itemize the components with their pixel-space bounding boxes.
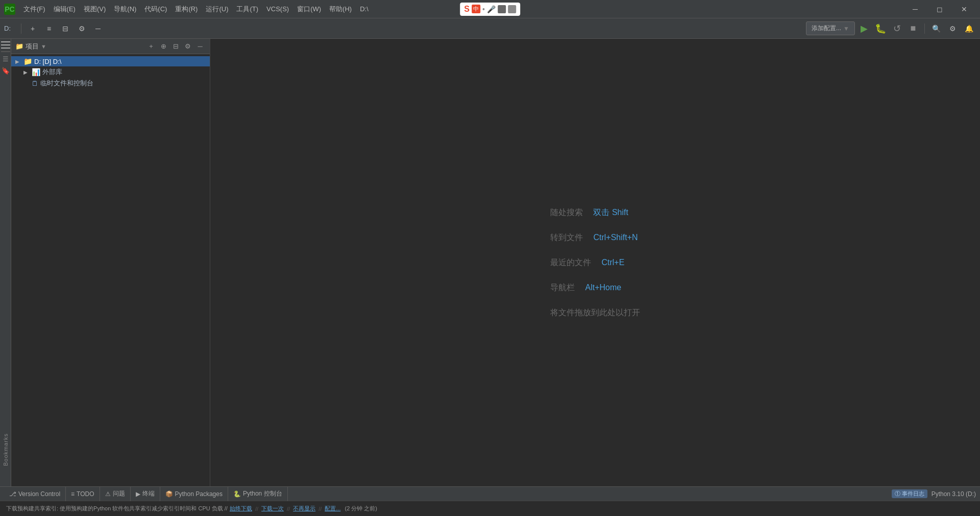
settings2-button[interactable]: ⚙ (945, 21, 960, 36)
minimize-button[interactable]: ─ (903, 0, 927, 18)
settings-button[interactable]: ⚙ (75, 21, 89, 36)
menu-edit[interactable]: 编辑(E) (50, 3, 80, 16)
sogou-chinese-label[interactable]: 中 (472, 5, 480, 13)
editor-area: 随处搜索 双击 Shift 转到文件 Ctrl+Shift+N 最近的文件 Ct… (210, 39, 980, 486)
version-control-icon: ⎇ (9, 490, 16, 498)
structure-tool-button[interactable]: ☰ (2, 54, 10, 64)
todo-label: TODO (77, 490, 94, 498)
menu-path: D:\ (356, 3, 373, 15)
sogou-mic-icon[interactable]: 🎤 (487, 5, 496, 13)
tree-collapse-button[interactable]: ⊟ (170, 41, 181, 52)
hint-goto-label: 转到文件 (550, 233, 583, 242)
problems-icon: ⚠ (105, 490, 111, 498)
root-item-label: D: [D] D:\ (34, 58, 61, 65)
updates-button[interactable]: 🔔 (962, 21, 976, 36)
menu-help[interactable]: 帮助(H) (325, 3, 356, 16)
python-console-icon: 🐍 (233, 490, 241, 498)
search-button[interactable]: 🔍 (929, 21, 943, 36)
problems-label: 问题 (113, 489, 125, 498)
menu-tools[interactable]: 工具(T) (232, 3, 262, 16)
menu-run[interactable]: 运行(U) (202, 3, 232, 16)
root-chevron-icon: ▶ (15, 59, 21, 64)
add-config-chevron-icon: ▼ (843, 25, 849, 32)
python-packages-tab[interactable]: 📦 Python Packages (160, 487, 228, 501)
locate-file-button[interactable]: ⊕ (158, 41, 169, 52)
menu-view[interactable]: 视图(V) (80, 3, 110, 16)
left-tool-sep (1, 51, 10, 52)
menu-file[interactable]: 文件(F) (19, 3, 50, 16)
left-vertical-toolbar: ☰ 🔖 Bookmarks (0, 39, 11, 486)
tree-hide-button[interactable]: ─ (194, 41, 206, 52)
menu-vcs[interactable]: VCS(S) (262, 3, 293, 15)
left-tool-line1 (1, 41, 10, 42)
collapse-all-button[interactable]: ⊟ (58, 21, 72, 36)
todo-tab[interactable]: ≡ TODO (66, 487, 100, 501)
terminal-tab[interactable]: ▶ 终端 (131, 487, 160, 501)
file-tree-title: 📁 项目 ▼ (15, 42, 46, 51)
sogou-keyboard-icon[interactable] (498, 5, 506, 13)
hint-search-shortcut: 双击 Shift (593, 208, 628, 217)
bookmark-tool-button[interactable]: 🔖 (1, 66, 11, 76)
python-console-tab[interactable]: 🐍 Python 控制台 (228, 487, 288, 501)
problems-tab[interactable]: ⚠ 问题 (100, 487, 131, 501)
menu-navigate[interactable]: 导航(N) (110, 3, 140, 16)
welcome-hints: 随处搜索 双击 Shift 转到文件 Ctrl+Shift+N 最近的文件 Ct… (550, 207, 640, 318)
notification-bar: 下载预构建共享索引: 使用预构建的Python 软件包共享索引减少索引引时间和 … (0, 501, 980, 516)
hint-navbar-label: 导航栏 (550, 283, 575, 292)
todo-icon: ≡ (71, 490, 75, 498)
add-config-button[interactable]: 添加配置... ▼ (806, 21, 855, 35)
file-tree-content: ▶ 📁 D: [D] D:\ ▶ 📊 外部库 ▶ 🗒 临时文件和控制台 (11, 54, 210, 486)
notification-download-once-link[interactable]: 下载一次 (261, 505, 284, 512)
stop-button[interactable]: ■ (906, 21, 920, 36)
hint-recent-shortcut: Ctrl+E (601, 258, 624, 267)
close-button[interactable]: ✕ (952, 0, 976, 18)
notification-always-download-link[interactable]: 始终下载 (230, 505, 252, 512)
menu-window[interactable]: 窗口(W) (293, 3, 325, 16)
event-log-badge[interactable]: ① 事件日志 (892, 489, 927, 498)
window-controls: ─ ◻ ✕ (903, 0, 976, 18)
hint-drag-label: 将文件拖放到此处以打开 (550, 308, 640, 317)
file-tree-title-label: 项目 (26, 42, 39, 51)
sogou-grid-icon[interactable] (508, 5, 516, 13)
terminal-label: 终端 (142, 489, 155, 498)
menu-code[interactable]: 代码(C) (140, 3, 171, 16)
extlibs-db-icon: 📊 (32, 68, 40, 76)
app-logo: PC (4, 4, 15, 15)
notif-sep-2: // (287, 506, 290, 512)
tree-root-item[interactable]: ▶ 📁 D: [D] D:\ (11, 56, 210, 66)
scratch-files-item[interactable]: ▶ 🗒 临时文件和控制台 (11, 78, 210, 89)
notification-dont-show-link[interactable]: 不再显示 (293, 505, 315, 512)
notif-sep-1: // (255, 506, 258, 512)
hint-search-label: 随处搜索 (550, 208, 583, 217)
file-tree-panel: 📁 项目 ▼ + ⊕ ⊟ ⚙ ─ ▶ 📁 D: [D] D:\ ▶ 📊 (11, 39, 210, 486)
folder-icon: 📁 (15, 42, 23, 50)
restore-button[interactable]: ◻ (928, 0, 951, 18)
expand-all-button[interactable]: ≡ (42, 21, 56, 36)
file-tree-header: 📁 项目 ▼ + ⊕ ⊟ ⚙ ─ (11, 39, 210, 54)
notification-configure-link[interactable]: 配置... (325, 505, 340, 512)
filetree-dropdown-icon[interactable]: ▼ (41, 43, 46, 50)
sogou-toolbar: S 中 • 🎤 (460, 3, 520, 16)
hint-drag-drop: 将文件拖放到此处以打开 (550, 308, 640, 318)
add-config-label: 添加配置... (812, 24, 841, 33)
close-panel-button[interactable]: ─ (91, 21, 105, 36)
status-bar-right: ① 事件日志 Python 3.10 (D:) (892, 489, 976, 498)
python-packages-label: Python Packages (175, 490, 223, 498)
tree-settings-button[interactable]: ⚙ (182, 41, 193, 52)
left-tool-line3 (1, 48, 10, 49)
title-bar: PC 文件(F) 编辑(E) 视图(V) 导航(N) 代码(C) 重构(R) 运… (0, 0, 980, 18)
hint-recent-label: 最近的文件 (550, 258, 591, 267)
new-file-button[interactable]: + (26, 21, 40, 36)
project-path: D: (4, 25, 11, 32)
version-control-tab[interactable]: ⎇ Version Control (4, 487, 66, 501)
bookmarks-label[interactable]: Bookmarks (3, 433, 9, 466)
external-libs-item[interactable]: ▶ 📊 外部库 (11, 66, 210, 78)
debug-button[interactable]: 🐛 (873, 21, 888, 36)
sogou-logo-icon: S (464, 5, 470, 14)
run-button[interactable]: ▶ (857, 21, 871, 36)
new-element-button[interactable]: + (145, 41, 157, 52)
external-libs-label: 外部库 (42, 67, 62, 77)
scratch-icon: 🗒 (32, 80, 38, 87)
rerun-button[interactable]: ↺ (890, 21, 904, 36)
menu-refactor[interactable]: 重构(R) (171, 3, 202, 16)
